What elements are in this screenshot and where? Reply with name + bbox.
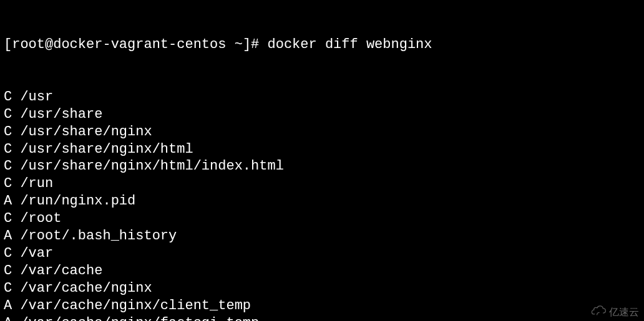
diff-path: /var/cache/nginx/fastcgi_temp bbox=[12, 315, 259, 321]
diff-path: /usr/share bbox=[12, 107, 102, 122]
diff-path: /usr/share/nginx/html bbox=[12, 141, 193, 157]
diff-output: C /usrC /usr/shareC /usr/share/nginxC /u… bbox=[4, 89, 640, 321]
diff-line: C /var/cache bbox=[4, 262, 640, 280]
diff-flag: A bbox=[4, 228, 12, 244]
diff-flag: C bbox=[4, 141, 12, 157]
diff-line: A /var/cache/nginx/client_temp bbox=[4, 297, 640, 315]
prompt-char: # bbox=[251, 37, 259, 52]
diff-flag: A bbox=[4, 315, 12, 321]
diff-line: C /usr/share/nginx/html bbox=[4, 141, 640, 158]
command-line: [root@docker-vagrant-centos ~]# docker d… bbox=[4, 36, 640, 54]
prompt-open: [ bbox=[4, 37, 12, 52]
prompt-cwd: ~ bbox=[235, 37, 243, 52]
prompt-at: @ bbox=[45, 37, 53, 52]
diff-path: /root bbox=[12, 211, 61, 226]
prompt-host: docker-vagrant-centos bbox=[53, 37, 226, 52]
diff-line: C /var bbox=[4, 245, 640, 262]
prompt-close: ] bbox=[243, 37, 251, 52]
diff-path: /run/nginx.pid bbox=[12, 193, 135, 209]
diff-line: C /usr/share/nginx/html/index.html bbox=[4, 158, 640, 175]
diff-flag: C bbox=[4, 176, 12, 191]
terminal[interactable]: [root@docker-vagrant-centos ~]# docker d… bbox=[0, 0, 644, 321]
diff-flag: C bbox=[4, 158, 12, 174]
diff-line: A /var/cache/nginx/fastcgi_temp bbox=[4, 315, 640, 321]
diff-path: /var/cache/nginx/client_temp bbox=[12, 298, 251, 314]
diff-path: /usr bbox=[12, 89, 53, 105]
diff-line: C /run bbox=[4, 175, 640, 193]
diff-line: C /usr/share bbox=[4, 106, 640, 123]
prompt-user: root bbox=[12, 37, 45, 52]
diff-flag: C bbox=[4, 263, 12, 279]
diff-flag: C bbox=[4, 211, 12, 226]
diff-flag: C bbox=[4, 280, 12, 296]
diff-line: C /var/cache/nginx bbox=[4, 280, 640, 297]
diff-path: /usr/share/nginx/html/index.html bbox=[12, 158, 284, 174]
diff-flag: C bbox=[4, 89, 12, 105]
diff-path: /var/cache bbox=[12, 263, 102, 279]
diff-path: /root/.bash_history bbox=[12, 228, 177, 244]
watermark-text: 亿速云 bbox=[609, 306, 639, 319]
diff-line: A /root/.bash_history bbox=[4, 228, 640, 245]
watermark: 亿速云 bbox=[590, 305, 639, 320]
diff-line: C /usr bbox=[4, 89, 640, 106]
diff-line: C /root bbox=[4, 210, 640, 228]
diff-path: /var/cache/nginx bbox=[12, 280, 152, 296]
diff-line: A /run/nginx.pid bbox=[4, 193, 640, 210]
diff-flag: A bbox=[4, 298, 12, 314]
diff-flag: C bbox=[4, 124, 12, 140]
command-text: docker diff webnginx bbox=[267, 37, 432, 52]
diff-line: C /usr/share/nginx bbox=[4, 123, 640, 141]
diff-path: /usr/share/nginx bbox=[12, 124, 152, 140]
diff-path: /var bbox=[12, 246, 53, 261]
diff-path: /run bbox=[12, 176, 53, 191]
cloud-icon bbox=[590, 305, 607, 320]
diff-flag: A bbox=[4, 193, 12, 209]
diff-flag: C bbox=[4, 107, 12, 122]
diff-flag: C bbox=[4, 246, 12, 261]
